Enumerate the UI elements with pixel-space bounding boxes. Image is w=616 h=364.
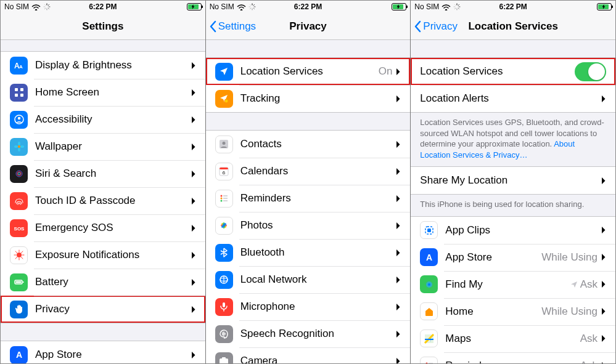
chevron-right-icon <box>601 362 606 363</box>
cell-bluetooth[interactable]: Bluetooth <box>206 239 411 266</box>
status-bar: No SIM 6:22 PM <box>206 1 411 13</box>
chevron-right-icon <box>396 357 401 364</box>
cell-findmy[interactable]: Find MyAsk <box>411 271 615 298</box>
description-text: Location Services uses GPS, Bluetooth, a… <box>411 113 615 166</box>
chevron-right-icon <box>601 253 606 261</box>
cell-detail: On <box>379 65 393 78</box>
carrier-label: No SIM <box>414 2 439 11</box>
photos-icon <box>215 217 233 235</box>
cell-home[interactable]: Home Screen <box>1 79 205 106</box>
privacy-list[interactable]: Location ServicesOnTrackingContactsCalen… <box>206 40 411 363</box>
back-button[interactable]: Settings <box>210 20 256 33</box>
location-icon <box>215 63 233 81</box>
back-button[interactable]: Privacy <box>414 20 458 33</box>
chevron-right-icon <box>191 251 196 259</box>
chevron-right-icon <box>191 224 196 232</box>
cell-label: Bluetooth <box>240 246 396 259</box>
cell-appstore[interactable]: App Store <box>1 341 205 363</box>
chevron-right-icon <box>191 116 196 124</box>
cell-appclips[interactable]: App Clips <box>411 217 615 244</box>
cell-share[interactable]: Share My Location <box>411 167 615 194</box>
grid-icon <box>10 84 28 102</box>
activity-spinner-icon <box>43 3 51 10</box>
cell-camera[interactable]: Camera <box>206 347 411 363</box>
cell-label: Display & Brightness <box>35 59 191 71</box>
battery-icon <box>10 273 28 291</box>
cell-exposure[interactable]: Exposure Notifications <box>1 241 205 269</box>
location-arrow-icon <box>570 281 578 288</box>
cell-detail: While Using <box>541 251 598 264</box>
cell-label: Privacy <box>35 303 191 315</box>
cell-label: Tracking <box>240 92 396 105</box>
chevron-right-icon <box>191 278 196 286</box>
cell-label: Calendars <box>240 165 396 177</box>
chevron-right-icon <box>396 68 401 76</box>
carrier-label: No SIM <box>210 2 234 11</box>
cell-accessibility[interactable]: Accessibility <box>1 106 205 133</box>
cell-speech[interactable]: Speech Recognition <box>206 320 411 347</box>
settings-list[interactable]: Display & BrightnessHome ScreenAccessibi… <box>1 40 205 363</box>
battery-icon <box>392 3 406 10</box>
cell-label: Location Alerts <box>420 92 601 105</box>
cell-siri[interactable]: Siri & Search <box>1 160 205 187</box>
chevron-right-icon <box>396 140 401 148</box>
cell-ls-alerts[interactable]: Location Alerts <box>411 85 615 112</box>
cell-location[interactable]: Location ServicesOn <box>206 58 411 85</box>
chevron-right-icon <box>396 249 401 257</box>
cell-localnet[interactable]: Local Network <box>206 266 411 293</box>
cell-reminders[interactable]: Reminders <box>206 185 411 212</box>
cell-home2[interactable]: HomeWhile Using <box>411 298 615 325</box>
cell-label: Location Services <box>240 65 379 78</box>
chevron-right-icon <box>396 330 401 338</box>
page-title: Settings <box>82 20 123 33</box>
siri-icon <box>10 165 28 183</box>
cell-detail: Ask <box>580 333 598 345</box>
cell-appstore2[interactable]: App StoreWhile Using <box>411 244 615 271</box>
contacts-icon <box>215 135 233 153</box>
cell-display[interactable]: Display & Brightness <box>1 52 205 79</box>
settings-screen: No SIM 6:22 PM Settings Display & Bright… <box>1 1 205 363</box>
cell-calendars[interactable]: Calendars <box>206 158 411 185</box>
cell-label: Local Network <box>240 273 396 286</box>
cell-wallpaper[interactable]: Wallpaper <box>1 133 205 160</box>
cell-reminders2[interactable]: RemindersAsk <box>411 352 615 363</box>
chevron-back-icon <box>210 20 217 33</box>
maps-icon <box>420 330 438 347</box>
page-title: Privacy <box>289 20 327 33</box>
cell-photos[interactable]: Photos <box>206 212 411 239</box>
chevron-right-icon <box>396 95 401 103</box>
tracking-icon <box>215 90 233 108</box>
findmy-icon <box>420 275 438 293</box>
toggle-switch[interactable] <box>575 62 606 81</box>
status-bar: No SIM 6:22 PM <box>1 1 205 13</box>
cell-tracking[interactable]: Tracking <box>206 85 411 112</box>
chevron-right-icon <box>601 280 606 288</box>
cell-detail: Ask <box>580 360 598 363</box>
cell-label: Location Services <box>420 65 575 78</box>
cell-label: Find My <box>445 278 570 291</box>
cell-microphone[interactable]: Microphone <box>206 293 411 320</box>
cell-contacts[interactable]: Contacts <box>206 131 411 158</box>
cell-battery[interactable]: Battery <box>1 269 205 296</box>
wifi-icon <box>441 4 451 10</box>
cell-sos[interactable]: Emergency SOS <box>1 214 205 241</box>
location-list[interactable]: Location ServicesLocation AlertsLocation… <box>411 40 615 363</box>
clock: 6:22 PM <box>89 2 117 11</box>
reminders-icon <box>420 357 438 363</box>
about-link[interactable]: About Location Services & Privacy… <box>420 139 575 160</box>
reminders-icon <box>215 190 233 208</box>
flower-icon <box>10 138 28 156</box>
cell-label: Photos <box>240 219 396 232</box>
cell-ls-toggle[interactable]: Location Services <box>411 58 615 85</box>
cell-touchid[interactable]: Touch ID & Passcode <box>1 187 205 214</box>
cell-label: Camera <box>240 355 396 363</box>
chevron-right-icon <box>396 168 401 176</box>
cell-label: Share My Location <box>420 174 601 187</box>
mic-icon <box>215 298 233 316</box>
clock: 6:22 PM <box>294 2 322 11</box>
chevron-right-icon <box>191 62 196 70</box>
cell-maps[interactable]: MapsAsk <box>411 325 615 352</box>
cell-privacy[interactable]: Privacy <box>1 296 205 323</box>
chevron-back-icon <box>414 20 422 33</box>
chevron-right-icon <box>601 226 606 234</box>
